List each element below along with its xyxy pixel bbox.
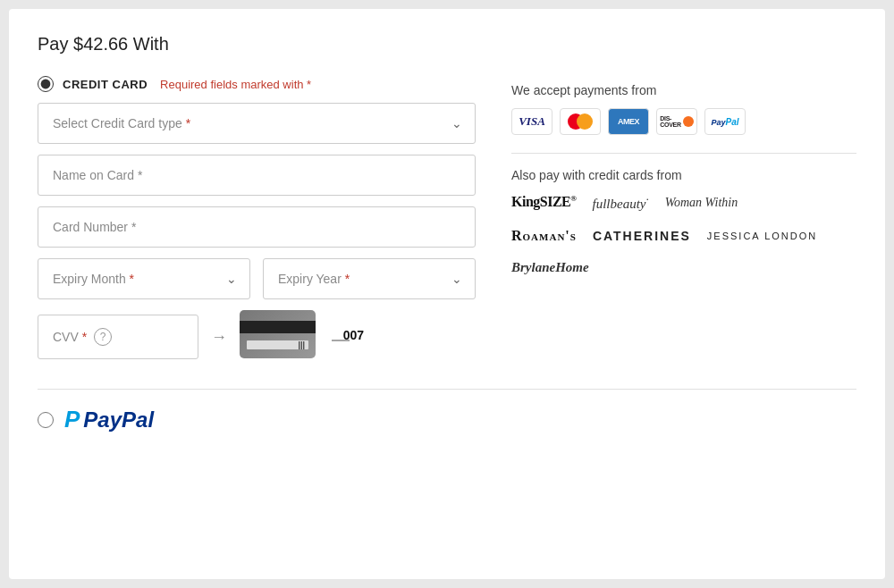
roamans-logo: Roaman's	[511, 228, 577, 244]
mc-orange-circle	[577, 113, 593, 130]
expiry-year-wrapper: 202420252026 202720282029 2030 ⌄ Expiry …	[263, 258, 476, 299]
paypal-row: P PayPal	[38, 406, 856, 433]
discover-inner: DIS-COVER	[660, 115, 693, 128]
card-type-select[interactable]: Visa Mastercard American Express Discove…	[38, 104, 475, 143]
name-on-card-group	[38, 155, 476, 196]
card-type-select-wrapper: Visa Mastercard American Express Discove…	[38, 103, 476, 144]
paypal-radio[interactable]	[38, 412, 54, 428]
expiry-month-wrapper: 010203 040506 070809 101112 ⌄ Expiry Mon…	[38, 258, 250, 299]
cvv-pointer-line	[332, 335, 350, 346]
brylanehome-logo: BrylaneHome	[511, 260, 589, 275]
cvv-diagram: ||| 007	[240, 310, 325, 364]
accept-payments-title: We accept payments from	[511, 83, 856, 97]
cvv-row: CVV * ? → ||| 007	[38, 310, 476, 364]
catherines-logo: CATHERINES	[593, 229, 691, 243]
cvv-card-body: |||	[240, 310, 316, 358]
separator-line	[511, 153, 856, 154]
mastercard-logo	[560, 108, 601, 135]
brand-row-3: BrylaneHome	[511, 260, 589, 275]
expiry-month-select[interactable]: 010203 040506 070809 101112	[38, 259, 249, 298]
also-pay-title: Also pay with credit cards from	[511, 168, 856, 182]
paypal-word: PayPal	[83, 407, 154, 433]
cvv-card-stripe	[240, 321, 316, 333]
brand-row-1: KingSIZE® fullbeauty· Woman Within	[511, 193, 738, 212]
discover-logo: DIS-COVER	[656, 108, 697, 135]
paypal-p-letter: P	[64, 406, 80, 433]
card-number-input[interactable]	[38, 206, 476, 248]
paypal-small-text: PayPal	[711, 117, 738, 127]
paypal-logo: P PayPal	[64, 406, 154, 433]
fullbeauty-logo: fullbeauty·	[593, 193, 649, 212]
cvv-hint-icon[interactable]: ?	[94, 328, 112, 346]
credit-card-label: CREDIT CARD	[63, 78, 148, 91]
card-logos-row: VISA AMEX DIS-COVER	[511, 108, 856, 135]
discover-text: DIS-COVER	[660, 115, 680, 128]
amex-text: AMEX	[618, 117, 639, 126]
payment-card: Pay $42.66 With CREDIT CARD Required fie…	[9, 9, 885, 579]
page-title: Pay $42.66 With	[38, 34, 856, 55]
card-type-group: Visa Mastercard American Express Discove…	[38, 103, 476, 144]
cvv-label-text: CVV *	[53, 330, 87, 344]
right-col: We accept payments from VISA AMEX	[511, 76, 856, 364]
brand-row-2: Roaman's CATHERINES JESSICA LONDON	[511, 228, 817, 244]
paypal-small-logo: PayPal	[704, 108, 746, 135]
visa-text: VISA	[519, 114, 545, 129]
required-fields-text: Required fields marked with *	[160, 78, 311, 91]
visa-logo: VISA	[511, 108, 552, 135]
cvv-card-signature-strip: |||	[247, 340, 308, 349]
name-on-card-input[interactable]	[38, 155, 476, 196]
discover-dot	[683, 116, 694, 127]
jessica-london-logo: JESSICA LONDON	[707, 231, 817, 241]
card-number-group	[38, 206, 476, 248]
mc-circles	[568, 113, 593, 130]
brand-logos-grid: KingSIZE® fullbeauty· Woman Within Roama…	[511, 193, 856, 282]
expiry-year-select[interactable]: 202420252026 202720282029 2030	[264, 259, 475, 298]
cvv-card-number: |||	[298, 340, 305, 349]
expiry-row: 010203 040506 070809 101112 ⌄ Expiry Mon…	[38, 258, 476, 299]
credit-card-radio[interactable]	[38, 76, 54, 92]
cvv-arrow-icon: →	[211, 328, 227, 347]
cvv-box: CVV * ?	[38, 315, 198, 359]
main-layout: CREDIT CARD Required fields marked with …	[38, 76, 856, 364]
left-col: CREDIT CARD Required fields marked with …	[38, 76, 476, 364]
womanwithin-logo: Woman Within	[665, 196, 738, 210]
kingsize-logo: KingSIZE®	[511, 194, 577, 210]
credit-card-section-header: CREDIT CARD Required fields marked with …	[38, 76, 476, 92]
amex-logo: AMEX	[608, 108, 649, 135]
bottom-divider	[38, 389, 856, 390]
